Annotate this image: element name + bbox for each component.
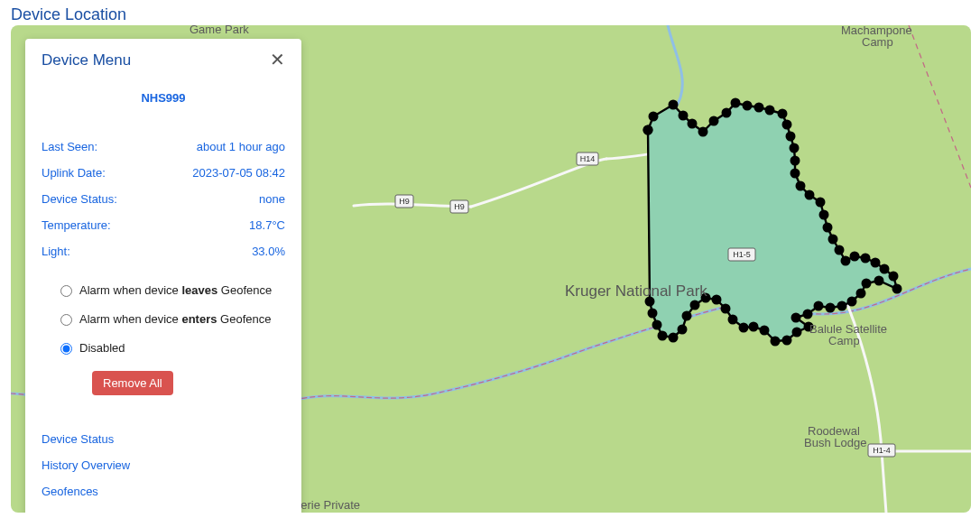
svg-point-21 (816, 198, 826, 208)
svg-text:Camp: Camp (862, 35, 893, 49)
device-menu-panel: Device Menu ✕ NHS999 Last Seen: about 1 … (25, 39, 301, 513)
temperature-label: Temperature: (42, 218, 111, 232)
svg-point-33 (874, 276, 884, 286)
svg-point-14 (782, 120, 792, 130)
alarm-enters-prefix: Alarm when device (79, 312, 181, 326)
svg-point-54 (682, 311, 692, 321)
svg-point-56 (669, 333, 679, 343)
last-seen-label: Last Seen: (42, 140, 97, 153)
svg-point-57 (658, 331, 668, 341)
device-id[interactable]: NHS999 (42, 91, 285, 105)
svg-point-3 (669, 100, 679, 110)
link-geofences[interactable]: Geofences (42, 478, 285, 504)
alarm-disabled-option[interactable]: Disabled (42, 333, 285, 362)
svg-point-27 (850, 252, 860, 262)
svg-point-17 (790, 156, 800, 166)
device-status-value: none (259, 192, 285, 206)
svg-point-47 (749, 322, 759, 332)
svg-point-7 (709, 116, 719, 126)
svg-point-22 (819, 210, 829, 220)
svg-text:Bush Lodge: Bush Lodge (804, 436, 866, 449)
svg-point-20 (805, 190, 815, 200)
alarm-enters-option[interactable]: Alarm when device enters Geofence (42, 304, 285, 333)
svg-point-30 (880, 264, 890, 274)
svg-point-35 (856, 289, 866, 299)
svg-point-49 (728, 315, 738, 325)
svg-point-16 (790, 143, 800, 153)
svg-point-38 (826, 303, 836, 313)
svg-point-51 (712, 295, 722, 305)
uplink-date-value: 2023-07-05 08:42 (192, 166, 285, 180)
svg-point-10 (743, 101, 753, 111)
light-label: Light: (42, 245, 70, 258)
svg-text:H9: H9 (399, 197, 410, 206)
svg-text:H1-4: H1-4 (873, 446, 891, 455)
map-container[interactable]: Game ParkMachamponeCampKruger National P… (11, 25, 971, 513)
svg-point-53 (690, 301, 700, 310)
svg-point-59 (648, 309, 658, 319)
svg-point-29 (871, 258, 881, 268)
link-device-status[interactable]: Device Status (42, 426, 285, 452)
svg-point-55 (678, 325, 688, 335)
svg-text:H9: H9 (454, 202, 465, 211)
alarm-leaves-suffix: Geofence (217, 283, 272, 297)
map-border (909, 25, 971, 188)
device-menu-title: Device Menu (42, 51, 131, 69)
svg-point-8 (722, 108, 732, 118)
svg-point-40 (803, 310, 813, 319)
svg-text:Camp: Camp (828, 334, 860, 347)
alarm-enters-suffix: Geofence (217, 312, 271, 326)
alarm-leaves-prefix: Alarm when device (79, 283, 181, 297)
svg-point-34 (862, 279, 872, 289)
alarm-leaves-bold: leaves (181, 283, 217, 297)
close-icon[interactable]: ✕ (270, 51, 285, 69)
svg-point-19 (796, 181, 806, 191)
svg-point-18 (790, 169, 800, 179)
light-value: 33.0% (252, 245, 285, 258)
svg-point-45 (771, 337, 781, 347)
alarm-options: Alarm when device leaves Geofence Alarm … (42, 275, 285, 395)
alarm-leaves-option[interactable]: Alarm when device leaves Geofence (42, 275, 285, 304)
alarm-enters-bold: enters (181, 312, 217, 326)
svg-point-50 (721, 304, 731, 314)
svg-point-5 (688, 119, 698, 129)
svg-point-46 (760, 326, 770, 336)
svg-point-28 (861, 254, 871, 264)
svg-point-23 (823, 223, 833, 233)
svg-point-48 (739, 323, 749, 333)
alarm-enters-radio[interactable] (60, 314, 72, 326)
link-history-overview[interactable]: History Overview (42, 452, 285, 478)
svg-point-11 (754, 103, 764, 113)
uplink-date-label: Uplink Date: (42, 166, 106, 180)
svg-text:Game Park: Game Park (190, 25, 249, 36)
svg-point-39 (814, 301, 824, 311)
svg-point-15 (786, 132, 796, 142)
svg-text:Kruger National Park: Kruger National Park (565, 282, 707, 300)
alarm-disabled-label: Disabled (79, 341, 125, 355)
svg-point-61 (643, 125, 653, 135)
svg-point-37 (837, 301, 847, 311)
svg-point-43 (792, 328, 802, 338)
device-status-label: Device Status: (42, 192, 117, 206)
svg-point-36 (847, 297, 857, 307)
device-info-list: Last Seen: about 1 hour ago Uplink Date:… (42, 134, 285, 264)
last-seen-value: about 1 hour ago (197, 140, 285, 153)
svg-point-24 (828, 235, 838, 245)
svg-marker-0 (648, 103, 897, 341)
svg-point-9 (731, 98, 741, 108)
remove-all-button[interactable]: Remove All (92, 371, 173, 395)
svg-text:H14: H14 (580, 154, 596, 163)
svg-point-4 (679, 111, 689, 121)
page-title: Device Location (11, 5, 126, 24)
svg-point-26 (841, 256, 851, 266)
svg-point-32 (892, 284, 902, 294)
svg-point-12 (765, 106, 775, 116)
svg-point-31 (889, 272, 899, 282)
svg-point-41 (791, 313, 801, 323)
alarm-disabled-radio[interactable] (60, 343, 72, 355)
svg-point-2 (649, 112, 659, 122)
alarm-leaves-radio[interactable] (60, 285, 72, 297)
svg-text:H1-5: H1-5 (733, 250, 751, 259)
svg-point-58 (652, 320, 662, 330)
svg-point-6 (698, 127, 708, 137)
